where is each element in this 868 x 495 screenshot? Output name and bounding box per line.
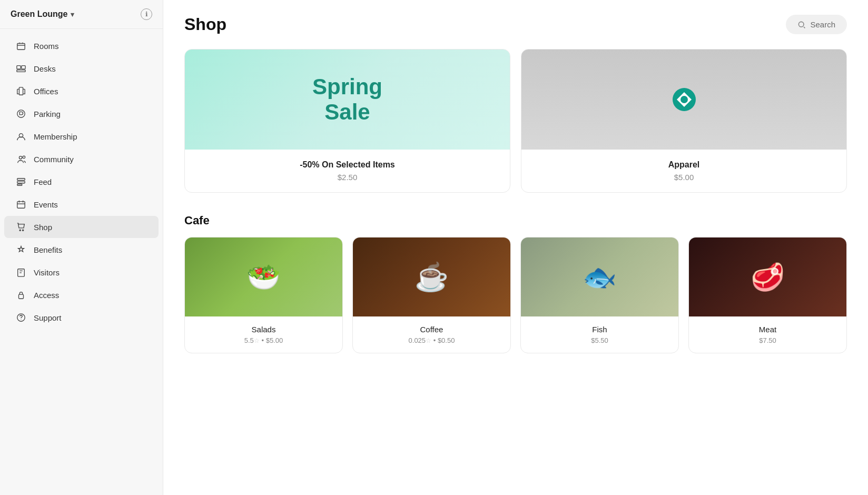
apparel-image (521, 49, 846, 150)
brand-name[interactable]: Green Lounge ▾ (11, 9, 74, 19)
search-label: Search (810, 20, 835, 29)
apparel-body: Apparel $5.00 (521, 150, 846, 192)
cafe-section-title: Cafe (184, 214, 847, 227)
sidebar-label-events: Events (34, 200, 58, 209)
sidebar-item-parking[interactable]: Parking (4, 103, 159, 125)
sidebar-header: Green Lounge ▾ ℹ (0, 0, 163, 29)
meat-image: 🥩 (689, 237, 846, 316)
apparel-logo-icon (669, 85, 699, 114)
featured-products: Spring Sale -50% On Selected Items $2.50 (184, 49, 847, 193)
cafe-card-coffee[interactable]: ☕ Coffee 0.025☆ • $0.50 (352, 237, 511, 353)
benefits-icon (16, 244, 26, 255)
svg-point-18 (799, 22, 804, 27)
svg-rect-4 (19, 87, 23, 95)
fish-price: $5.50 (591, 336, 608, 344)
meat-name: Meat (697, 325, 838, 334)
coffee-image: ☕ (353, 237, 510, 316)
svg-rect-2 (22, 66, 25, 69)
search-button[interactable]: Search (786, 15, 847, 34)
fish-image: 🐟 (521, 237, 678, 316)
sidebar-label-benefits: Benefits (34, 245, 62, 254)
sidebar-item-desks[interactable]: Desks (4, 57, 159, 80)
sidebar-label-access: Access (34, 291, 59, 300)
cafe-card-meat[interactable]: 🥩 Meat $7.50 (688, 237, 847, 353)
sidebar-label-rooms: Rooms (34, 42, 59, 51)
sidebar-item-shop[interactable]: Shop (4, 216, 159, 238)
support-icon (16, 312, 26, 323)
sidebar-nav: Rooms Desks Offices Parking (0, 29, 163, 334)
svg-rect-10 (17, 181, 25, 183)
parking-icon (16, 108, 26, 119)
meat-meta: $7.50 (697, 336, 838, 344)
feed-icon (16, 176, 26, 187)
sidebar-item-membership[interactable]: Membership (4, 125, 159, 147)
apparel-price: $5.00 (532, 173, 836, 182)
salads-body: Salads 5.5☆ • $5.00 (185, 316, 342, 353)
cafe-card-fish[interactable]: 🐟 Fish $5.50 (520, 237, 679, 353)
sidebar-label-desks: Desks (34, 64, 56, 73)
coffee-price: $0.50 (438, 336, 455, 344)
svg-point-14 (23, 230, 24, 231)
sidebar-label-feed: Feed (34, 177, 52, 186)
search-icon (797, 21, 806, 29)
svg-rect-12 (17, 202, 25, 209)
visitors-icon (16, 267, 26, 278)
page-title: Shop (184, 15, 226, 34)
svg-rect-0 (17, 44, 25, 50)
sidebar-item-visitors[interactable]: Visitors (4, 261, 159, 283)
page-header: Shop Search (184, 15, 847, 34)
svg-rect-11 (17, 184, 22, 186)
apparel-bg (521, 49, 846, 150)
apparel-name: Apparel (532, 160, 836, 170)
salads-meta: 5.5☆ • $5.00 (193, 336, 334, 344)
coffee-rating: 0.025 (409, 336, 426, 344)
coffee-star: ☆ (426, 337, 431, 344)
meat-price: $7.50 (759, 336, 776, 344)
sidebar: Green Lounge ▾ ℹ Rooms Desks Offices (0, 0, 163, 495)
sidebar-item-offices[interactable]: Offices (4, 80, 159, 102)
sidebar-label-membership: Membership (34, 132, 77, 141)
fish-name: Fish (529, 325, 670, 334)
svg-rect-16 (19, 294, 24, 299)
coffee-meta: 0.025☆ • $0.50 (361, 336, 502, 344)
svg-rect-3 (17, 70, 25, 72)
salads-name: Salads (193, 325, 334, 334)
sidebar-label-offices: Offices (34, 87, 58, 96)
coffee-name: Coffee (361, 325, 502, 334)
sidebar-label-community: Community (34, 155, 74, 164)
svg-point-20 (680, 96, 688, 103)
cafe-card-salads[interactable]: 🥗 Salads 5.5☆ • $5.00 (184, 237, 343, 353)
product-card-apparel[interactable]: Apparel $5.00 (521, 49, 847, 193)
spring-sale-banner: Spring Sale (312, 74, 382, 125)
sidebar-item-access[interactable]: Access (4, 284, 159, 306)
sidebar-item-rooms[interactable]: Rooms (4, 35, 159, 57)
fish-meta: $5.50 (529, 336, 670, 344)
meat-body: Meat $7.50 (689, 316, 846, 353)
sidebar-item-feed[interactable]: Feed (4, 171, 159, 193)
svg-point-8 (23, 156, 25, 159)
salads-price: $5.00 (266, 336, 283, 344)
sidebar-item-support[interactable]: Support (4, 306, 159, 329)
desks-icon (16, 63, 26, 74)
spring-sale-name: -50% On Selected Items (195, 160, 499, 170)
svg-point-5 (17, 110, 25, 117)
info-icon[interactable]: ℹ (141, 8, 152, 20)
chevron-down-icon: ▾ (71, 11, 74, 18)
product-card-spring-sale[interactable]: Spring Sale -50% On Selected Items $2.50 (184, 49, 510, 193)
membership-icon (16, 131, 26, 142)
sidebar-item-events[interactable]: Events (4, 193, 159, 215)
sidebar-item-benefits[interactable]: Benefits (4, 239, 159, 261)
offices-icon (16, 86, 26, 96)
svg-point-13 (19, 230, 21, 231)
access-icon (16, 290, 26, 300)
main-content: Shop Search Spring Sale -50% On Selected… (163, 0, 868, 495)
salads-image: 🥗 (185, 237, 342, 316)
sidebar-item-community[interactable]: Community (4, 148, 159, 170)
cafe-grid: 🥗 Salads 5.5☆ • $5.00 ☕ Coffee 0.025☆ (184, 237, 847, 353)
shop-icon (16, 222, 26, 232)
spring-sale-price: $2.50 (195, 173, 499, 182)
salads-rating: 5.5 (244, 336, 254, 344)
salads-star: ☆ (254, 337, 260, 344)
brand-label: Green Lounge (11, 9, 67, 19)
coffee-body: Coffee 0.025☆ • $0.50 (353, 316, 510, 353)
